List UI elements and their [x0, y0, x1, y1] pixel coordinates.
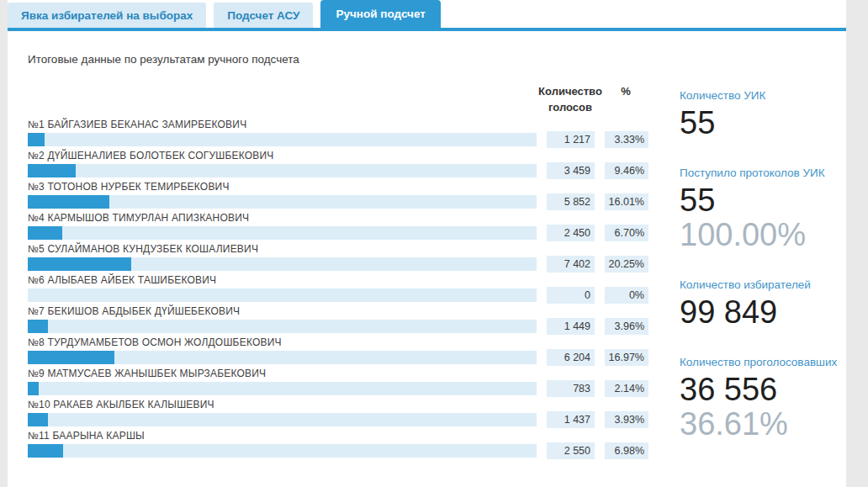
candidate-row: №3 ТОТОНОВ НУРБЕК ТЕМИРБЕКОВИЧ5 85216.01… [28, 182, 652, 209]
tab-turnout[interactable]: Явка избирателей на выборах [8, 3, 206, 28]
candidate-bar-line: 1 4373.93% [28, 413, 652, 426]
percent-column-header: % [584, 84, 668, 100]
candidate-bar-line: 1 2173.33% [28, 133, 652, 146]
candidate-row: №4 КАРМЫШОВ ТИМУРЛАН АПИЗКАНОВИЧ2 4506.7… [28, 213, 652, 240]
candidate-name: №1 БАЙГАЗИЕВ БЕКАНАС ЗАМИРБЕКОВИЧ [28, 119, 652, 130]
candidate-row: №1 БАЙГАЗИЕВ БЕКАНАС ЗАМИРБЕКОВИЧ1 2173.… [28, 119, 652, 146]
candidate-name: №6 АЛЫБАЕВ АЙБЕК ТАШИБЕКОВИЧ [28, 275, 652, 286]
votes-value: 7 402 [547, 256, 595, 273]
candidate-name: №10 РАКАЕВ АКЫЛБЕК КАЛЫШЕВИЧ [28, 400, 652, 410]
votes-value: 2 550 [547, 442, 595, 459]
candidate-name: №3 ТОТОНОВ НУРБЕК ТЕМИРБЕКОВИЧ [28, 182, 652, 193]
stat-value: 55 [680, 183, 846, 218]
candidate-row: №8 ТУРДУМАМБЕТОВ ОСМОН ЖОЛДОШБЕКОВИЧ6 20… [28, 337, 652, 364]
bar-track [28, 133, 537, 146]
candidate-row: №11 БААРЫНА КАРШЫ2 5506.98% [28, 431, 652, 458]
votes-value: 1 449 [547, 318, 595, 335]
bar-track [28, 164, 537, 177]
bar-track [28, 444, 537, 458]
bar-fill [28, 133, 45, 146]
tab-manual-count[interactable]: Ручной подсчет [320, 0, 440, 28]
candidate-bar-line: 2 4506.70% [28, 226, 652, 240]
votes-value: 2 450 [547, 225, 595, 241]
candidate-name: №4 КАРМЫШОВ ТИМУРЛАН АПИЗКАНОВИЧ [28, 213, 652, 224]
votes-value: 1 437 [547, 411, 595, 428]
candidate-name: №9 МАТМУСАЕВ ЖАНЫШБЕК МЫРЗАБЕКОВИЧ [28, 368, 652, 379]
summary-stats-panel: Количество УИК55Поступило протоколов УИК… [680, 89, 846, 468]
tab-underline-strip [8, 28, 846, 31]
votes-value: 0 [547, 287, 595, 304]
page-title: Итоговые данные по результатам ручного п… [28, 53, 846, 66]
stat-percent: 36.61% [680, 407, 846, 442]
bar-fill [28, 257, 131, 271]
candidate-bar-line: 2 5506.98% [28, 444, 652, 458]
stat-percent: 100.00% [680, 218, 846, 252]
votes-value: 5 852 [547, 193, 595, 210]
percent-value: 6.70% [605, 225, 648, 241]
percent-value: 20.25% [605, 256, 648, 273]
bar-fill [28, 413, 48, 426]
percent-value: 3.96% [605, 318, 648, 335]
bar-track [28, 413, 537, 426]
candidate-row: №10 РАКАЕВ АКЫЛБЕК КАЛЫШЕВИЧ1 4373.93% [28, 400, 652, 426]
candidate-name: №11 БААРЫНА КАРШЫ [28, 431, 652, 442]
votes-value: 783 [547, 380, 595, 397]
votes-value: 1 217 [547, 131, 595, 148]
candidate-row: №2 ДҮЙШЕНАЛИЕВ БОЛОТБЕК СОГУШБЕКОВИЧ3 45… [28, 151, 652, 177]
stat-label: Количество УИК [680, 89, 846, 102]
column-headers: Количество голосов % [28, 84, 652, 119]
percent-value: 3.33% [605, 131, 648, 148]
stat-block: Количество избирателей99 849 [680, 278, 846, 330]
tab-asu-count[interactable]: Подсчет АСУ [214, 3, 313, 28]
bar-track [28, 320, 537, 333]
main-area: Количество голосов % №1 БАЙГАЗИЕВ БЕКАНА… [28, 84, 846, 468]
candidate-rows: №1 БАЙГАЗИЕВ БЕКАНАС ЗАМИРБЕКОВИЧ1 2173.… [28, 119, 652, 458]
candidate-bar-line: 5 85216.01% [28, 195, 652, 209]
bar-track [28, 288, 537, 302]
bar-fill [28, 444, 63, 458]
percent-value: 3.93% [605, 411, 648, 428]
stat-label: Количество проголосовавших [680, 356, 846, 368]
bar-track [28, 226, 537, 240]
tab-bar: Явка избирателей на выборахПодсчет АСУРу… [8, 0, 846, 28]
percent-value: 0% [605, 287, 648, 304]
votes-value: 3 459 [547, 162, 595, 179]
candidate-row: №5 СУЛАЙМАНОВ КУНДУЗБЕК КОШАЛИЕВИЧ7 4022… [28, 244, 652, 271]
stat-value: 36 556 [680, 373, 846, 407]
stat-block: Поступило протоколов УИК55100.00% [680, 167, 846, 252]
bar-fill [28, 195, 109, 209]
percent-value: 9.46% [605, 162, 648, 179]
candidate-bar-line: 1 4493.96% [28, 320, 652, 333]
bar-track [28, 257, 537, 271]
candidate-name: №2 ДҮЙШЕНАЛИЕВ БОЛОТБЕК СОГУШБЕКОВИЧ [28, 151, 652, 161]
bar-fill [28, 226, 62, 240]
bar-fill [28, 164, 76, 177]
stat-value: 99 849 [680, 295, 846, 330]
candidate-row: №9 МАТМУСАЕВ ЖАНЫШБЕК МЫРЗАБЕКОВИЧ7832.1… [28, 368, 652, 395]
stat-value: 55 [680, 106, 846, 140]
bar-fill [28, 351, 114, 364]
candidate-name: №7 БЕКИШОВ АБДЫБЕК ДҮЙШЕБЕКОВИЧ [28, 306, 652, 317]
percent-value: 16.97% [605, 349, 648, 366]
candidate-bar-line: 00% [28, 288, 652, 302]
stat-label: Поступило протоколов УИК [680, 167, 846, 179]
stat-block: Количество проголосовавших36 55636.61% [680, 356, 846, 442]
candidate-row: №6 АЛЫБАЕВ АЙБЕК ТАШИБЕКОВИЧ00% [28, 275, 652, 302]
stat-label: Количество избирателей [680, 278, 846, 291]
candidate-bar-line: 3 4599.46% [28, 164, 652, 177]
candidate-bar-line: 6 20416.97% [28, 351, 652, 364]
bar-track [28, 195, 537, 209]
candidate-name: №8 ТУРДУМАМБЕТОВ ОСМОН ЖОЛДОШБЕКОВИЧ [28, 337, 652, 348]
stat-block: Количество УИК55 [680, 89, 846, 140]
bar-track [28, 351, 537, 364]
bar-track [28, 382, 537, 395]
candidate-bar-line: 7 40220.25% [28, 257, 652, 271]
candidate-name: №5 СУЛАЙМАНОВ КУНДУЗБЕК КОШАЛИЕВИЧ [28, 244, 652, 255]
results-list: Количество голосов % №1 БАЙГАЗИЕВ БЕКАНА… [28, 84, 652, 468]
candidate-bar-line: 7832.14% [28, 382, 652, 395]
votes-value: 6 204 [547, 349, 595, 366]
bar-fill [28, 382, 39, 395]
bar-fill [28, 320, 48, 333]
percent-value: 6.98% [605, 442, 648, 459]
candidate-row: №7 БЕКИШОВ АБДЫБЕК ДҮЙШЕБЕКОВИЧ1 4493.96… [28, 306, 652, 333]
